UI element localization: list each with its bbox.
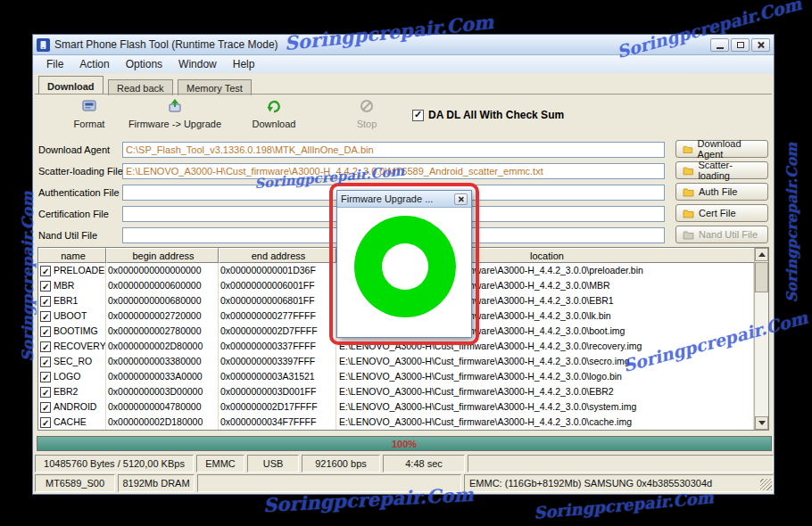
scatter-loading-browse-button[interactable]: Scatter-loading [675, 161, 768, 179]
close-button[interactable] [751, 38, 770, 52]
row-checkbox[interactable] [40, 357, 51, 367]
folder-icon [683, 209, 694, 218]
status-emmc: EMMC [196, 455, 244, 473]
scrollbar-thumb[interactable] [755, 262, 768, 292]
folder-icon [683, 187, 694, 197]
folder-icon [683, 166, 693, 176]
row-checkbox[interactable] [40, 417, 51, 428]
dialog-close-button[interactable] [454, 193, 468, 205]
row-begin-address: 0x0000000000000000 [106, 263, 219, 278]
cert-file-browse-button[interactable]: Cert File [675, 204, 768, 222]
table-row[interactable]: LOGO 0x00000000033A0000 0x0000000003A315… [38, 369, 754, 384]
format-label: Format [74, 119, 105, 129]
scatter-loading-browse-label: Scatter-loading [698, 160, 761, 181]
row-name-label: CACHE [54, 415, 87, 430]
table-row[interactable]: ANDROID 0x0000000004780000 0x000000002D1… [38, 399, 754, 415]
certification-file-label: Certification File [38, 209, 109, 219]
maximize-icon [737, 42, 744, 48]
scroll-down-button[interactable] [755, 416, 768, 430]
table-row[interactable]: CACHE 0x000000002D180000 0x0000000034F7F… [38, 415, 754, 430]
status-usb: USB [247, 455, 299, 473]
status-emmc-info: EMMC: (116Gb+8192Mb) SAMSUNG 0x4b3855303… [464, 474, 774, 492]
format-button[interactable]: Format [58, 99, 120, 131]
row-checkbox[interactable] [40, 296, 51, 307]
row-checkbox[interactable] [40, 326, 51, 337]
table-row[interactable]: SEC_RO 0x0000000003380000 0x000000000339… [38, 354, 754, 369]
menu-window[interactable]: Window [170, 56, 225, 72]
da-dl-checksum-checkbox[interactable]: DA DL All With Check Sum [412, 109, 564, 121]
status-time: 4:48 sec [383, 455, 465, 473]
row-checkbox[interactable] [40, 372, 51, 382]
row-location: E:\LENOVO_A3000-H\Cust_firmware\A3000-H_… [336, 354, 754, 369]
auth-file-browse-button[interactable]: Auth File [675, 183, 768, 201]
row-end-address: 0x0000000003D001FF [219, 384, 336, 399]
status-bar-bottom: MT6589_S00 8192Mb DRAM EMMC: (116Gb+8192… [35, 474, 774, 492]
download-agent-input[interactable] [122, 142, 665, 158]
row-begin-address: 0x0000000002720000 [106, 308, 219, 324]
progress-label: 100% [392, 439, 417, 449]
table-row[interactable]: RECOVERY 0x0000000002D80000 0x0000000003… [38, 339, 754, 354]
row-begin-address: 0x0000000002D80000 [106, 339, 219, 354]
resize-grip[interactable] [760, 479, 772, 490]
scatter-loading-label: Scatter-loading File [38, 166, 123, 177]
row-end-address: 0x000000000001D36F [219, 263, 336, 278]
row-checkbox[interactable] [40, 402, 51, 413]
tab-download[interactable]: Download [38, 76, 104, 94]
folder-icon [683, 230, 694, 240]
row-begin-address: 0x0000000003380000 [106, 354, 219, 369]
download-agent-browse-button[interactable]: Download Agent [675, 140, 768, 158]
window-title: Smart Phone Flash Tool (Runtime Trace Mo… [54, 38, 706, 51]
status-cell-empty [468, 455, 774, 473]
scatter-loading-input[interactable] [122, 163, 665, 179]
status-dram: 8192Mb DRAM [118, 474, 195, 492]
row-begin-address: 0x0000000000680000 [106, 293, 219, 308]
download-icon [266, 99, 282, 113]
status-cell-empty [197, 474, 461, 492]
stop-button: Stop [338, 99, 395, 131]
row-location: E:\LENOVO_A3000-H\Cust_firmware\A3000-H_… [336, 415, 754, 430]
da-dl-checksum-label: DA DL All With Check Sum [428, 109, 564, 121]
row-begin-address: 0x000000002D180000 [106, 415, 219, 430]
row-begin-address: 0x0000000002780000 [106, 324, 219, 339]
firmware-upgrade-dialog: Firmware Upgrade ... [336, 190, 472, 338]
row-end-address: 0x0000000003397FFF [219, 354, 336, 369]
row-name-label: ANDROID [54, 399, 96, 415]
row-checkbox[interactable] [40, 281, 51, 292]
stop-label: Stop [357, 119, 377, 129]
auth-file-browse-label: Auth File [699, 186, 737, 197]
row-checkbox[interactable] [40, 341, 51, 352]
arrow-down-icon [758, 421, 766, 425]
row-name-label: MBR [54, 278, 74, 293]
firmware-upgrade-icon [167, 99, 183, 113]
status-speed: 10485760 Bytes / 5120,00 KBps [35, 455, 194, 473]
minimize-button[interactable] [710, 38, 729, 52]
row-end-address: 0x0000000003A31521 [219, 369, 336, 384]
row-checkbox[interactable] [40, 266, 51, 276]
menu-options[interactable]: Options [118, 56, 170, 72]
folder-icon [683, 144, 693, 154]
menu-file[interactable]: File [38, 56, 71, 72]
menu-help[interactable]: Help [225, 56, 263, 72]
download-button[interactable]: Download [238, 99, 310, 131]
table-scrollbar[interactable] [754, 248, 768, 430]
firmware-upgrade-button[interactable]: Firmware -> Upgrade [122, 99, 228, 131]
download-label: Download [253, 119, 296, 129]
download-agent-label: Download Agent [38, 144, 110, 155]
menubar: File Action Options Window Help [33, 55, 774, 73]
scroll-up-button[interactable] [755, 248, 768, 261]
menu-action[interactable]: Action [71, 56, 117, 72]
close-icon [757, 41, 765, 49]
maximize-button[interactable] [731, 38, 750, 52]
tabstrip: Download Read back Memory Test [33, 73, 774, 94]
row-location: E:\LENOVO_A3000-H\Cust_firmware\A3000-H_… [336, 399, 754, 415]
row-end-address: 0x000000000337FFFF [219, 339, 336, 354]
row-begin-address: 0x0000000004780000 [106, 399, 219, 415]
format-icon [81, 99, 97, 113]
row-begin-address: 0x0000000003D00000 [106, 384, 219, 399]
table-row[interactable]: EBR2 0x0000000003D00000 0x0000000003D001… [38, 384, 754, 399]
row-checkbox[interactable] [40, 311, 51, 322]
row-name-label: PRELOADER [54, 263, 106, 278]
row-name-label: EBR1 [54, 293, 78, 308]
row-checkbox[interactable] [40, 387, 51, 398]
row-location: E:\LENOVO_A3000-H\Cust_firmware\A3000-H_… [336, 384, 754, 399]
